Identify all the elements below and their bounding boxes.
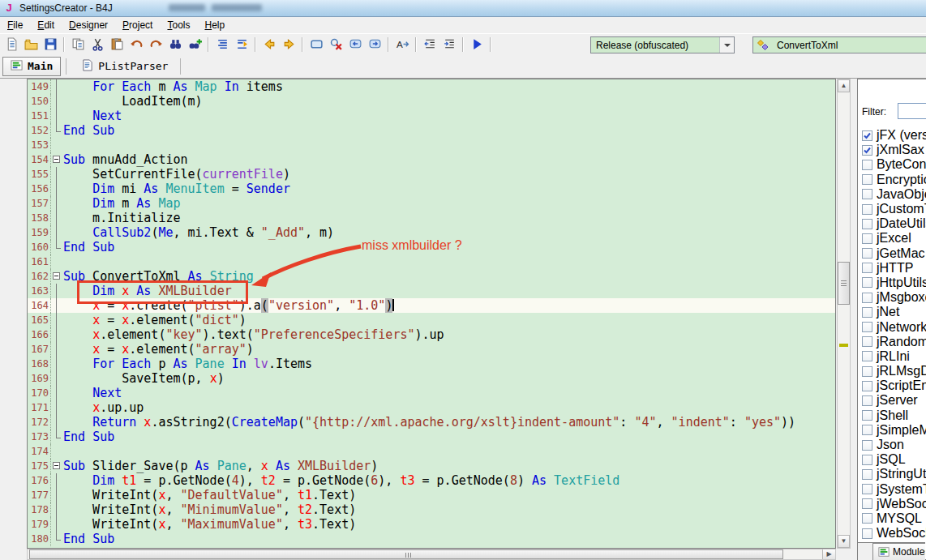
unchecked-checkbox-icon[interactable] [862, 366, 872, 377]
code-text[interactable]: SetCurrentFile(currentFile) [62, 167, 290, 182]
library-item[interactable]: Json [862, 438, 926, 452]
unchecked-checkbox-icon[interactable] [862, 219, 872, 229]
code-line-163[interactable]: 163 Dim x As XMLBuilder [28, 284, 835, 298]
code-line-165[interactable]: 165 x = x.element("dict") [28, 313, 835, 327]
library-item[interactable]: jDateUtils [862, 216, 926, 231]
code-text[interactable] [62, 444, 63, 459]
code-line-172[interactable]: 172 Return x.asString2(CreateMap("{http:… [28, 415, 835, 430]
menu-edit[interactable]: Edit [30, 18, 62, 32]
editor-vertical-scrollbar[interactable]: ▲ ▼ [837, 79, 851, 549]
library-item[interactable]: jSimpleMidi [862, 423, 926, 438]
code-line-173[interactable]: 173End Sub [28, 430, 835, 444]
code-text[interactable]: m.Initialize [62, 211, 181, 225]
unchecked-checkbox-icon[interactable] [862, 336, 872, 347]
code-text[interactable]: Sub ConvertToXml As String [62, 269, 254, 284]
library-item[interactable]: jRLMsgDialog [862, 364, 926, 378]
code-text[interactable]: End Sub [62, 123, 114, 138]
chevron-down-icon[interactable] [719, 37, 734, 53]
code-line-168[interactable]: 168 For Each p As Pane In lv.Items [28, 357, 835, 371]
sub-navigator-combo[interactable]: ConvertToXml [752, 36, 926, 53]
code-line-149[interactable]: 149 For Each m As Map In items [28, 79, 835, 94]
undo-button[interactable] [127, 36, 145, 53]
library-item[interactable]: Encryption [862, 173, 926, 187]
find-button[interactable] [166, 36, 184, 53]
uncomment-button[interactable] [233, 36, 251, 53]
code-text[interactable]: Dim mi As MenuItem = Sender [62, 182, 290, 196]
unchecked-checkbox-icon[interactable] [862, 204, 872, 215]
quick-rename-button[interactable]: A [393, 36, 411, 53]
code-text[interactable] [62, 138, 63, 152]
code-line-155[interactable]: 155 SetCurrentFile(currentFile) [28, 167, 835, 182]
copy-button[interactable] [69, 36, 87, 53]
editor-horizontal-scrollbar[interactable]: ▶ [27, 549, 836, 560]
library-item[interactable]: jNetwork [862, 319, 926, 334]
indent-button[interactable] [440, 36, 458, 53]
vertical-scroll-thumb[interactable] [838, 262, 850, 305]
code-line-157[interactable]: 157 Dim m As Map [28, 196, 835, 211]
open-folder-button[interactable] [22, 36, 40, 53]
scroll-up-button[interactable]: ▲ [838, 79, 850, 92]
code-text[interactable]: LoadItem(m) [62, 94, 203, 109]
unchecked-checkbox-icon[interactable] [862, 351, 872, 361]
code-text[interactable]: x.element("key").text("PreferenceSpecifi… [62, 327, 444, 342]
library-item[interactable]: jScriptEngine [862, 378, 926, 393]
fold-toggle[interactable] [53, 272, 60, 280]
prev-bookmark-button[interactable] [346, 36, 364, 53]
code-text[interactable] [62, 254, 63, 269]
library-item[interactable]: jExcel [862, 231, 926, 246]
fold-toggle[interactable] [53, 462, 60, 469]
library-item[interactable]: WebSocket [862, 526, 926, 541]
code-editor[interactable]: 149 For Each m As Map In items150 LoadIt… [27, 79, 836, 549]
find-error-button[interactable] [327, 36, 345, 53]
checked-checkbox-icon[interactable] [862, 130, 872, 141]
menu-tools[interactable]: Tools [160, 18, 197, 32]
menu-project[interactable]: Project [115, 18, 160, 32]
code-text[interactable]: End Sub [62, 240, 114, 254]
tab-modules[interactable]: Modules [872, 543, 925, 560]
unchecked-checkbox-icon[interactable] [862, 174, 872, 185]
library-item[interactable]: jRLIni [862, 349, 926, 364]
code-line-179[interactable]: 179 WriteInt(x, "MaximumValue", t3.Text) [28, 517, 835, 532]
scroll-right-button[interactable]: ▶ [822, 549, 835, 559]
code-text[interactable]: x = x.create("plist").a("version", "1.0"… [62, 298, 394, 313]
code-line-154[interactable]: 154Sub mnuAdd_Action [28, 152, 835, 167]
unchecked-checkbox-icon[interactable] [862, 513, 872, 524]
code-line-167[interactable]: 167 x = x.element("array") [28, 342, 835, 357]
code-text[interactable]: Return x.asString2(CreateMap("{http://xm… [62, 415, 795, 430]
library-item[interactable]: jSQL [862, 452, 926, 467]
library-item[interactable]: jHttpUtils2 [862, 276, 926, 290]
outdent-button[interactable] [421, 36, 439, 53]
code-line-150[interactable]: 150 LoadItem(m) [28, 94, 835, 109]
run-button[interactable] [468, 36, 486, 53]
unchecked-checkbox-icon[interactable] [862, 248, 872, 259]
checked-checkbox-icon[interactable] [862, 145, 872, 156]
new-file-button[interactable] [2, 36, 20, 53]
code-text[interactable]: Dim m As Map [62, 196, 181, 211]
unchecked-checkbox-icon[interactable] [862, 440, 872, 451]
library-item[interactable]: jFX (version [862, 128, 926, 143]
select-region-button[interactable] [307, 36, 325, 53]
unchecked-checkbox-icon[interactable] [862, 425, 872, 435]
save-button[interactable] [41, 36, 59, 53]
code-text[interactable]: Sub mnuAdd_Action [62, 152, 188, 167]
code-text[interactable]: x.up.up [62, 400, 144, 415]
code-text[interactable]: End Sub [62, 532, 114, 546]
code-text[interactable]: Next [62, 386, 122, 400]
code-line-164[interactable]: 164 x = x.create("plist").a("version", "… [28, 298, 835, 313]
find-next-button[interactable] [186, 36, 204, 53]
library-item[interactable]: MYSQL [862, 511, 926, 526]
code-line-166[interactable]: 166 x.element("key").text("PreferenceSpe… [28, 327, 835, 342]
code-text[interactable]: WriteInt(x, "MinimumValue", t2.Text) [62, 502, 356, 517]
navigate-back-button[interactable] [260, 36, 278, 53]
code-text[interactable]: Dim x As XMLBuilder [62, 284, 232, 298]
code-line-180[interactable]: 180End Sub [28, 532, 835, 546]
code-text[interactable]: WriteInt(x, "MaximumValue", t3.Text) [62, 517, 356, 532]
horizontal-scroll-thumb[interactable] [29, 549, 783, 559]
library-item[interactable]: jRandomAccess [862, 335, 926, 349]
unchecked-checkbox-icon[interactable] [862, 263, 872, 273]
code-line-178[interactable]: 178 WriteInt(x, "MinimumValue", t2.Text) [28, 502, 835, 517]
library-item[interactable]: jServer [862, 393, 926, 408]
code-text[interactable]: Next [62, 109, 122, 123]
tab-plistparser[interactable]: PListParser [74, 58, 175, 75]
library-item[interactable]: jHTTP [862, 261, 926, 276]
